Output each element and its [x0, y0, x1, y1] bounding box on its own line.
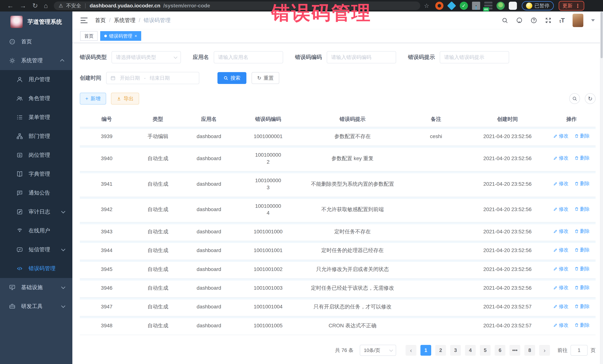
edit-link[interactable]: 修改 — [553, 180, 568, 187]
prev-page-button[interactable]: ‹ — [406, 345, 416, 356]
ext-plant-icon[interactable] — [497, 2, 505, 10]
cell-operations: 修改 删除 — [547, 146, 596, 171]
delete-link[interactable]: 删除 — [574, 133, 590, 139]
edit-link[interactable]: 修改 — [553, 284, 568, 291]
forward-icon[interactable]: → — [20, 2, 26, 9]
bookmark-star-icon[interactable]: ☆ — [424, 2, 429, 9]
page-button-1[interactable]: 1 — [420, 345, 431, 356]
emoji-face-icon — [526, 3, 532, 9]
page-button-5[interactable]: 5 — [480, 345, 491, 356]
delete-link[interactable]: 删除 — [574, 284, 590, 291]
tab-error-code[interactable]: 错误码管理 × — [100, 31, 141, 41]
sidebar-item-gear[interactable]: 系统管理 — [0, 51, 72, 70]
app-logo-row[interactable]: 芋道管理系统 — [0, 11, 72, 32]
user-icon — [16, 76, 23, 83]
url-bar[interactable]: ⚠ 不安全 dashboard.yudao.iocoder.cn/system/… — [54, 1, 420, 10]
cell-remark — [405, 278, 468, 297]
ext-grid-icon[interactable] — [472, 2, 480, 10]
menu-dots-icon[interactable]: ⋮ — [575, 3, 580, 9]
edit-link[interactable]: 修改 — [553, 228, 568, 234]
edit-link[interactable]: 修改 — [553, 155, 568, 161]
delete-link[interactable]: 删除 — [574, 303, 590, 310]
column-header: 编号 — [80, 111, 134, 127]
breadcrumb-system[interactable]: 系统管理 — [114, 17, 135, 24]
edit-link[interactable]: 修改 — [553, 322, 568, 328]
ext-green-check-icon[interactable]: ✓ — [460, 2, 468, 10]
sidebar-item-menu[interactable]: 菜单管理 — [0, 108, 72, 127]
delete-link[interactable]: 删除 — [574, 206, 590, 212]
pencil-icon — [553, 181, 558, 186]
reset-button[interactable]: ↻ 重置 — [252, 72, 279, 84]
filter-label: 应用名 — [193, 54, 209, 61]
paused-extension-badge[interactable]: 已暂停 — [522, 1, 554, 10]
page-size-select[interactable]: 10条/页 — [360, 345, 396, 356]
scrollbar-thumb[interactable] — [601, 12, 603, 58]
error-code-input[interactable] — [331, 55, 392, 60]
sidebar-menu: 首页 系统管理 用户管理 角色管理 菜单管理 部门管理 岗位管理 字典管理 通知… — [0, 32, 72, 316]
sidebar-item-tools[interactable]: 研发工具 — [0, 297, 72, 316]
fullscreen-icon[interactable] — [545, 17, 552, 24]
ext-orange-icon[interactable] — [435, 2, 443, 10]
back-icon[interactable]: ← — [7, 2, 14, 9]
delete-link[interactable]: 删除 — [574, 247, 590, 253]
chrome-update-button[interactable]: 更新 ⋮ — [559, 1, 584, 11]
search-button[interactable]: 搜索 — [218, 72, 246, 84]
refresh-table-button[interactable]: ↻ — [585, 93, 596, 104]
ext-puzzle-icon[interactable] — [509, 2, 517, 10]
edit-link[interactable]: 修改 — [553, 247, 568, 253]
user-avatar[interactable] — [573, 14, 583, 27]
page-button-4[interactable]: 4 — [465, 345, 476, 356]
ext-bars-icon[interactable]: on — [484, 2, 492, 10]
page-button-8[interactable]: 8 — [524, 345, 535, 356]
delete-link[interactable]: 删除 — [574, 228, 590, 234]
search-icon[interactable] — [501, 17, 508, 24]
cell-error-message: 不允许获取敏感配置到前端 — [301, 197, 405, 222]
font-size-icon[interactable]: tT — [559, 17, 565, 24]
sidebar-item-online[interactable]: 在线用户 — [0, 221, 72, 240]
sidebar-item-dept[interactable]: 部门管理 — [0, 127, 72, 146]
sidebar-item-post[interactable]: 岗位管理 — [0, 146, 72, 165]
calendar-icon — [110, 75, 116, 81]
add-button[interactable]: + 新增 — [80, 93, 106, 105]
edit-link[interactable]: 修改 — [553, 133, 568, 139]
delete-link[interactable]: 删除 — [574, 155, 590, 161]
page-ellipsis[interactable]: ••• — [510, 345, 520, 356]
delete-link[interactable]: 删除 — [574, 180, 590, 187]
sidebar-item-audit[interactable]: 审计日志 — [0, 202, 72, 221]
edit-link[interactable]: 修改 — [553, 303, 568, 310]
toggle-search-button[interactable] — [569, 93, 580, 104]
reload-icon[interactable]: ↻ — [32, 2, 38, 9]
error-message-input[interactable] — [444, 55, 505, 60]
edit-link[interactable]: 修改 — [553, 206, 568, 212]
sidebar-item-role[interactable]: 角色管理 — [0, 89, 72, 108]
breadcrumb-home[interactable]: 首页 — [95, 17, 106, 24]
delete-link[interactable]: 删除 — [574, 265, 590, 272]
next-page-button[interactable]: › — [539, 345, 550, 356]
edit-link[interactable]: 修改 — [553, 265, 568, 272]
export-button[interactable]: 导出 — [111, 93, 139, 105]
home-icon[interactable]: ⌂ — [44, 2, 48, 9]
sidebar-item-home[interactable]: 首页 — [0, 32, 72, 51]
sidebar-item-sms[interactable]: 短信管理 — [0, 240, 72, 259]
ext-blue-gem-icon[interactable] — [447, 1, 456, 10]
sidebar-item-notice[interactable]: 通知公告 — [0, 184, 72, 202]
github-icon[interactable] — [516, 17, 523, 24]
goto-page-input[interactable] — [570, 345, 588, 356]
hamburger-icon[interactable] — [81, 18, 88, 23]
sidebar-item-user[interactable]: 用户管理 — [0, 70, 72, 89]
page-scrollbar[interactable] — [600, 11, 603, 364]
page-button-6[interactable]: 6 — [495, 345, 505, 356]
delete-link[interactable]: 删除 — [574, 322, 590, 328]
chevron-down-icon[interactable] — [591, 19, 595, 22]
help-icon[interactable] — [531, 17, 537, 24]
sidebar-item-dict[interactable]: 字典管理 — [0, 165, 72, 184]
close-icon[interactable]: × — [135, 34, 137, 38]
page-button-3[interactable]: 3 — [450, 345, 461, 356]
tab-home[interactable]: 首页 — [80, 31, 98, 41]
page-button-2[interactable]: 2 — [435, 345, 446, 356]
sidebar-item-code[interactable]: 错误码管理 — [0, 259, 72, 278]
date-range-picker[interactable]: 开始日期 - 结束日期 — [106, 72, 199, 84]
error-type-select[interactable]: 请选择错误码类型 — [112, 51, 181, 63]
sidebar-item-infra[interactable]: 基础设施 — [0, 278, 72, 297]
app-name-input[interactable] — [218, 55, 279, 60]
